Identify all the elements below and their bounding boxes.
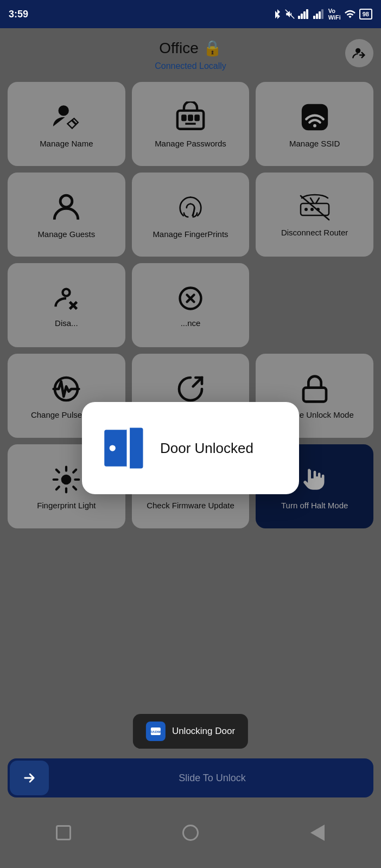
door-unlocked-text: Door Unlocked <box>160 440 253 457</box>
svg-rect-5 <box>313 16 315 19</box>
battery-indicator: 98 <box>359 9 372 20</box>
status-bar: 3:59 VoWiFi 98 <box>0 0 381 28</box>
toast-message: Unlocking Door <box>172 726 235 737</box>
svg-rect-7 <box>319 11 321 19</box>
bluetooth-icon <box>273 9 282 20</box>
toast-notification: RADWI Unlocking Door <box>133 714 248 749</box>
status-icons: VoWiFi 98 <box>273 8 372 21</box>
volume-icon <box>285 9 295 19</box>
svg-rect-43 <box>104 430 129 467</box>
door-unlocked-modal: Door Unlocked <box>82 402 299 494</box>
main-content: Office 🔒 Connected Locally Manage <box>0 28 381 868</box>
svg-rect-6 <box>316 14 318 19</box>
svg-rect-2 <box>301 14 303 19</box>
door-unlocked-icon <box>98 424 147 473</box>
svg-point-45 <box>110 445 116 451</box>
status-time: 3:59 <box>9 9 28 20</box>
signal2-icon <box>313 9 325 19</box>
signal-icon <box>298 9 310 19</box>
slide-to-unlock-label: Slide To Unlock <box>51 773 373 784</box>
vowifi-label: VoWiFi <box>328 8 341 21</box>
svg-rect-1 <box>298 16 300 19</box>
slide-to-unlock-bar[interactable]: Slide To Unlock <box>8 758 373 797</box>
wifi-icon <box>344 9 356 19</box>
slide-arrow-button[interactable] <box>10 761 49 795</box>
svg-rect-3 <box>303 11 306 19</box>
arrow-right-icon <box>22 770 37 786</box>
svg-rect-8 <box>321 9 323 19</box>
svg-rect-46 <box>127 424 130 473</box>
svg-text:RADWI: RADWI <box>150 730 162 733</box>
toast-brand-icon: RADWI <box>146 722 166 741</box>
svg-rect-4 <box>306 9 308 19</box>
